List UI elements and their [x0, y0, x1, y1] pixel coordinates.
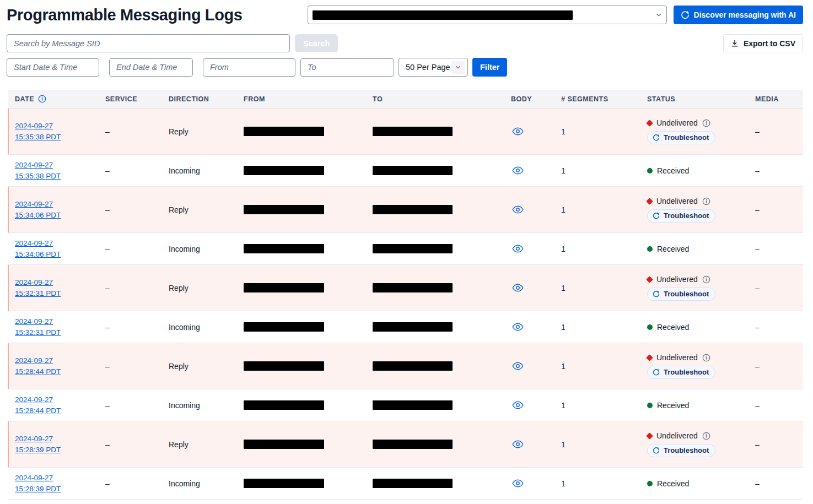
from-cell — [244, 127, 373, 136]
status-cell: Received — [647, 245, 755, 253]
from-filter-input[interactable] — [203, 58, 295, 77]
message-time-link[interactable]: 15:34:06 PDT — [15, 210, 61, 221]
direction-cell: Incoming — [169, 401, 244, 410]
segments-cell: 1 — [561, 440, 647, 449]
status-info-icon[interactable] — [702, 275, 710, 284]
body-cell — [511, 165, 561, 176]
discover-messaging-ai-button[interactable]: Discover messaging with AI — [674, 6, 803, 24]
date-info-icon[interactable] — [38, 95, 46, 103]
from-cell — [244, 166, 373, 175]
redacted-to-number — [373, 361, 453, 371]
service-cell: – — [105, 440, 169, 449]
start-date-input[interactable] — [7, 58, 99, 77]
troubleshoot-button[interactable]: Troubleshoot — [647, 366, 715, 379]
ai-sparkle-icon — [653, 368, 660, 376]
per-page-dropdown[interactable]: 50 Per Page — [399, 58, 468, 77]
view-body-eye-icon[interactable] — [511, 322, 525, 332]
message-date-link[interactable]: 2024-09-27 — [15, 316, 53, 327]
message-time-link[interactable]: 15:35:38 PDT — [15, 171, 61, 182]
troubleshoot-button[interactable]: Troubleshoot — [647, 444, 715, 457]
status-cell: Received — [647, 401, 755, 410]
media-cell: – — [755, 166, 803, 175]
chevron-down-icon — [451, 61, 465, 74]
segments-cell: 1 — [561, 127, 647, 136]
troubleshoot-button[interactable]: Troubleshoot — [647, 288, 715, 301]
ai-button-label: Discover messaging with AI — [694, 10, 796, 19]
message-date-link[interactable]: 2024-09-27 — [15, 160, 53, 171]
search-button[interactable]: Search — [295, 34, 338, 52]
service-cell: – — [105, 166, 169, 175]
status-label: Undelivered — [656, 275, 698, 284]
status-label: Received — [657, 166, 689, 175]
filter-button[interactable]: Filter — [472, 58, 507, 77]
message-date-link[interactable]: 2024-09-27 — [15, 355, 53, 366]
view-body-eye-icon[interactable] — [511, 165, 525, 176]
message-time-link[interactable]: 15:28:44 PDT — [15, 405, 61, 416]
end-date-input[interactable] — [109, 58, 193, 77]
from-cell — [244, 479, 373, 488]
troubleshoot-button[interactable]: Troubleshoot — [647, 131, 715, 144]
per-page-value: 50 Per Page — [406, 63, 450, 72]
search-input[interactable] — [7, 34, 290, 52]
troubleshoot-button[interactable]: Troubleshoot — [647, 209, 715, 223]
status-info-icon[interactable] — [702, 354, 710, 362]
status-label: Received — [657, 479, 689, 488]
direction-cell: Incoming — [169, 479, 244, 488]
table-row: 2024-09-27 15:35:38 PDT – Reply 1 Undeli… — [8, 109, 803, 155]
column-header-direction: DIRECTION — [169, 95, 244, 103]
table-row: 2024-09-27 15:34:06 PDT – Reply 1 Undeli… — [8, 187, 803, 233]
body-cell — [511, 478, 561, 489]
table-row: 2024-09-27 15:32:31 PDT – Incoming 1 Rec… — [8, 311, 803, 343]
message-time-link[interactable]: 15:34:06 PDT — [15, 249, 61, 260]
message-date-link[interactable]: 2024-09-27 — [15, 473, 53, 484]
received-dot-icon — [647, 481, 653, 486]
service-cell: – — [105, 323, 169, 332]
table-row: 2024-09-27 15:35:38 PDT – Incoming 1 Rec… — [8, 155, 803, 187]
status-info-icon[interactable] — [702, 432, 710, 440]
message-time-link[interactable]: 15:28:39 PDT — [15, 484, 61, 495]
body-cell — [511, 243, 561, 254]
message-date-link[interactable]: 2024-09-27 — [15, 433, 53, 445]
redacted-to-number — [373, 205, 453, 214]
troubleshoot-label: Troubleshoot — [664, 368, 709, 376]
view-body-eye-icon[interactable] — [511, 361, 525, 371]
message-date-link[interactable]: 2024-09-27 — [15, 121, 53, 132]
message-time-link[interactable]: 15:28:39 PDT — [15, 445, 61, 456]
service-cell: – — [105, 362, 169, 371]
message-time-link[interactable]: 15:32:31 PDT — [15, 327, 61, 338]
status-info-icon[interactable] — [702, 197, 710, 205]
view-body-eye-icon[interactable] — [511, 283, 525, 293]
message-time-link[interactable]: 15:32:31 PDT — [15, 288, 61, 299]
view-body-eye-icon[interactable] — [511, 204, 525, 215]
table-body: 2024-09-27 15:35:38 PDT – Reply 1 Undeli… — [8, 109, 803, 500]
message-time-link[interactable]: 15:35:38 PDT — [15, 132, 61, 143]
date-cell: 2024-09-27 15:28:44 PDT — [15, 394, 105, 416]
message-date-link[interactable]: 2024-09-27 — [15, 277, 53, 288]
filter-toolbar: 50 Per Page Filter — [7, 58, 803, 77]
to-filter-input[interactable] — [300, 58, 394, 77]
export-csv-button[interactable]: Export to CSV — [723, 34, 803, 52]
media-cell: – — [755, 205, 803, 214]
table-row: 2024-09-27 15:28:44 PDT – Reply 1 Undeli… — [8, 343, 803, 389]
status-label: Received — [657, 401, 689, 410]
view-body-eye-icon[interactable] — [511, 243, 525, 254]
messaging-service-dropdown[interactable] — [308, 6, 667, 24]
message-date-link[interactable]: 2024-09-27 — [15, 238, 53, 249]
direction-cell: Reply — [169, 205, 244, 214]
status-info-icon[interactable] — [702, 119, 710, 127]
download-icon — [731, 40, 739, 47]
message-date-link[interactable]: 2024-09-27 — [15, 199, 53, 210]
view-body-eye-icon[interactable] — [511, 439, 525, 449]
date-cell: 2024-09-27 15:32:31 PDT — [15, 316, 105, 338]
message-time-link[interactable]: 15:28:44 PDT — [15, 366, 61, 377]
redacted-from-number — [244, 283, 324, 292]
undelivered-diamond-icon — [646, 120, 653, 127]
view-body-eye-icon[interactable] — [511, 400, 525, 410]
body-cell — [511, 126, 561, 137]
undelivered-diamond-icon — [646, 198, 653, 205]
from-cell — [244, 244, 373, 253]
message-date-link[interactable]: 2024-09-27 — [15, 394, 53, 405]
view-body-eye-icon[interactable] — [511, 478, 525, 489]
view-body-eye-icon[interactable] — [511, 126, 525, 137]
troubleshoot-label: Troubleshoot — [664, 446, 709, 454]
